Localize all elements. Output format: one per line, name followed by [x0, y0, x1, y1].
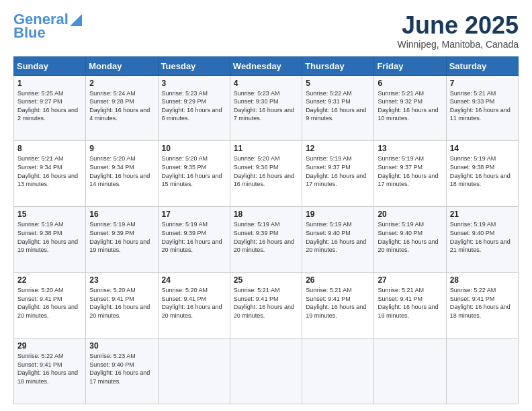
calendar-cell [230, 338, 302, 404]
month-title: June 2025 [397, 12, 519, 39]
day-number: 9 [89, 144, 154, 153]
calendar-cell: 3 Sunrise: 5:23 AM Sunset: 9:29 PM Dayli… [158, 75, 230, 141]
day-header-saturday: Saturday [446, 56, 518, 75]
day-info: Sunrise: 5:21 AM Sunset: 9:33 PM Dayligh… [450, 89, 515, 123]
day-number: 17 [162, 210, 226, 219]
day-info: Sunrise: 5:19 AM Sunset: 9:39 PM Dayligh… [162, 220, 226, 254]
calendar-cell: 20 Sunrise: 5:19 AM Sunset: 9:40 PM Dayl… [374, 207, 446, 273]
day-info: Sunrise: 5:19 AM Sunset: 9:38 PM Dayligh… [450, 154, 515, 188]
day-info: Sunrise: 5:25 AM Sunset: 9:27 PM Dayligh… [17, 89, 82, 123]
day-info: Sunrise: 5:20 AM Sunset: 9:41 PM Dayligh… [162, 286, 226, 320]
day-number: 11 [234, 144, 298, 153]
calendar-cell: 25 Sunrise: 5:21 AM Sunset: 9:41 PM Dayl… [230, 273, 302, 338]
calendar-header-row: SundayMondayTuesdayWednesdayThursdayFrid… [14, 56, 519, 75]
day-header-thursday: Thursday [302, 56, 374, 75]
calendar-cell: 24 Sunrise: 5:20 AM Sunset: 9:41 PM Dayl… [158, 273, 230, 338]
day-number: 25 [234, 275, 298, 285]
day-number: 8 [17, 144, 82, 153]
calendar-cell: 29 Sunrise: 5:22 AM Sunset: 9:41 PM Dayl… [14, 338, 86, 404]
calendar-cell: 6 Sunrise: 5:21 AM Sunset: 9:32 PM Dayli… [374, 75, 446, 141]
day-number: 13 [378, 144, 442, 153]
day-number: 19 [306, 210, 370, 219]
calendar-cell: 19 Sunrise: 5:19 AM Sunset: 9:40 PM Dayl… [302, 207, 374, 273]
day-number: 24 [162, 275, 226, 285]
logo: General Blue [13, 12, 82, 40]
day-info: Sunrise: 5:23 AM Sunset: 9:29 PM Dayligh… [162, 89, 226, 123]
day-info: Sunrise: 5:19 AM Sunset: 9:37 PM Dayligh… [306, 154, 370, 188]
day-info: Sunrise: 5:24 AM Sunset: 9:28 PM Dayligh… [89, 89, 154, 123]
calendar-cell: 27 Sunrise: 5:21 AM Sunset: 9:41 PM Dayl… [374, 273, 446, 338]
day-info: Sunrise: 5:23 AM Sunset: 9:30 PM Dayligh… [234, 89, 298, 123]
day-header-wednesday: Wednesday [230, 56, 302, 75]
location: Winnipeg, Manitoba, Canada [397, 39, 519, 50]
svg-marker-0 [70, 14, 82, 26]
calendar-cell: 9 Sunrise: 5:20 AM Sunset: 9:34 PM Dayli… [86, 141, 158, 207]
day-number: 30 [89, 341, 154, 351]
day-number: 5 [306, 79, 370, 88]
page: General Blue June 2025 Winnipeg, Manitob… [0, 0, 532, 411]
day-info: Sunrise: 5:20 AM Sunset: 9:34 PM Dayligh… [89, 154, 154, 188]
day-info: Sunrise: 5:23 AM Sunset: 9:40 PM Dayligh… [89, 352, 154, 385]
day-info: Sunrise: 5:21 AM Sunset: 9:32 PM Dayligh… [378, 89, 442, 123]
day-number: 16 [89, 210, 154, 219]
day-number: 10 [162, 144, 226, 153]
day-info: Sunrise: 5:20 AM Sunset: 9:36 PM Dayligh… [234, 154, 298, 188]
calendar-cell: 11 Sunrise: 5:20 AM Sunset: 9:36 PM Dayl… [230, 141, 302, 207]
calendar-cell [446, 338, 518, 404]
calendar-cell: 1 Sunrise: 5:25 AM Sunset: 9:27 PM Dayli… [14, 75, 86, 141]
calendar-cell: 21 Sunrise: 5:19 AM Sunset: 9:40 PM Dayl… [446, 207, 518, 273]
day-number: 7 [450, 79, 515, 88]
day-number: 6 [378, 79, 442, 88]
calendar-cell: 16 Sunrise: 5:19 AM Sunset: 9:39 PM Dayl… [86, 207, 158, 273]
calendar-cell [374, 338, 446, 404]
calendar-week-1: 1 Sunrise: 5:25 AM Sunset: 9:27 PM Dayli… [14, 75, 519, 141]
calendar-cell: 18 Sunrise: 5:19 AM Sunset: 9:39 PM Dayl… [230, 207, 302, 273]
calendar-cell: 26 Sunrise: 5:21 AM Sunset: 9:41 PM Dayl… [302, 273, 374, 338]
day-info: Sunrise: 5:22 AM Sunset: 9:41 PM Dayligh… [450, 286, 515, 320]
day-number: 4 [234, 79, 298, 88]
calendar-cell [158, 338, 230, 404]
day-info: Sunrise: 5:19 AM Sunset: 9:38 PM Dayligh… [17, 220, 82, 254]
calendar-week-2: 8 Sunrise: 5:21 AM Sunset: 9:34 PM Dayli… [14, 141, 519, 207]
day-header-monday: Monday [86, 56, 158, 75]
day-number: 28 [450, 275, 515, 285]
day-info: Sunrise: 5:19 AM Sunset: 9:40 PM Dayligh… [306, 220, 370, 254]
calendar-cell: 14 Sunrise: 5:19 AM Sunset: 9:38 PM Dayl… [446, 141, 518, 207]
calendar-cell [302, 338, 374, 404]
day-info: Sunrise: 5:22 AM Sunset: 9:31 PM Dayligh… [306, 89, 370, 123]
day-info: Sunrise: 5:19 AM Sunset: 9:39 PM Dayligh… [234, 220, 298, 254]
day-number: 26 [306, 275, 370, 285]
day-header-tuesday: Tuesday [158, 56, 230, 75]
calendar-cell: 30 Sunrise: 5:23 AM Sunset: 9:40 PM Dayl… [86, 338, 158, 404]
calendar-cell: 8 Sunrise: 5:21 AM Sunset: 9:34 PM Dayli… [14, 141, 86, 207]
calendar-cell: 23 Sunrise: 5:20 AM Sunset: 9:41 PM Dayl… [86, 273, 158, 338]
day-number: 29 [17, 341, 82, 351]
day-info: Sunrise: 5:21 AM Sunset: 9:34 PM Dayligh… [17, 154, 82, 188]
calendar-week-3: 15 Sunrise: 5:19 AM Sunset: 9:38 PM Dayl… [14, 207, 519, 273]
calendar-cell: 15 Sunrise: 5:19 AM Sunset: 9:38 PM Dayl… [14, 207, 86, 273]
day-number: 2 [89, 79, 154, 88]
day-info: Sunrise: 5:21 AM Sunset: 9:41 PM Dayligh… [378, 286, 442, 320]
day-number: 27 [378, 275, 442, 285]
calendar-cell: 17 Sunrise: 5:19 AM Sunset: 9:39 PM Dayl… [158, 207, 230, 273]
title-block: June 2025 Winnipeg, Manitoba, Canada [397, 12, 519, 50]
calendar-cell: 28 Sunrise: 5:22 AM Sunset: 9:41 PM Dayl… [446, 273, 518, 338]
day-number: 3 [162, 79, 226, 88]
day-number: 23 [89, 275, 154, 285]
calendar-cell: 7 Sunrise: 5:21 AM Sunset: 9:33 PM Dayli… [446, 75, 518, 141]
day-number: 15 [17, 210, 82, 219]
calendar-cell: 13 Sunrise: 5:19 AM Sunset: 9:37 PM Dayl… [374, 141, 446, 207]
header: General Blue June 2025 Winnipeg, Manitob… [13, 12, 519, 50]
day-info: Sunrise: 5:20 AM Sunset: 9:35 PM Dayligh… [162, 154, 226, 188]
logo-blue: Blue [13, 26, 46, 40]
day-number: 18 [234, 210, 298, 219]
logo-icon [70, 14, 82, 26]
day-info: Sunrise: 5:19 AM Sunset: 9:40 PM Dayligh… [450, 220, 515, 254]
calendar-cell: 10 Sunrise: 5:20 AM Sunset: 9:35 PM Dayl… [158, 141, 230, 207]
day-number: 20 [378, 210, 442, 219]
day-info: Sunrise: 5:20 AM Sunset: 9:41 PM Dayligh… [17, 286, 82, 320]
day-info: Sunrise: 5:20 AM Sunset: 9:41 PM Dayligh… [89, 286, 154, 320]
calendar-week-5: 29 Sunrise: 5:22 AM Sunset: 9:41 PM Dayl… [14, 338, 519, 404]
day-info: Sunrise: 5:21 AM Sunset: 9:41 PM Dayligh… [234, 286, 298, 320]
day-info: Sunrise: 5:19 AM Sunset: 9:37 PM Dayligh… [378, 154, 442, 188]
